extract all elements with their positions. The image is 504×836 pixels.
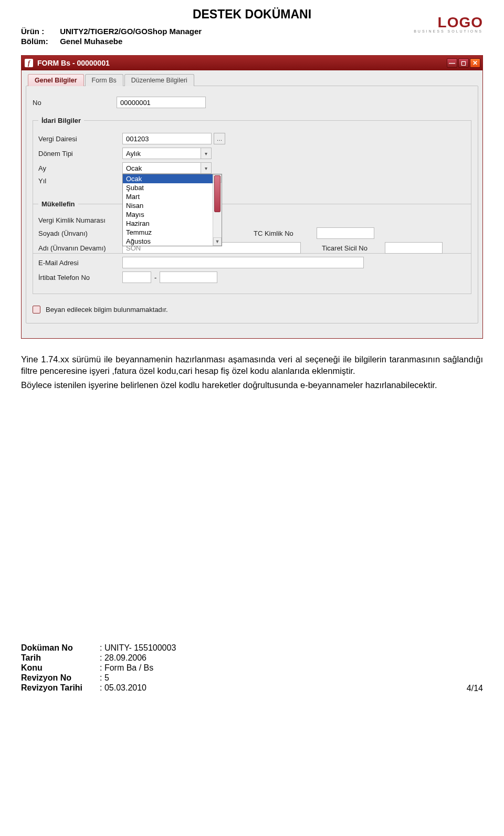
maximize-button[interactable]: ◻ bbox=[458, 58, 469, 68]
month-option[interactable]: Ağustos bbox=[123, 237, 222, 246]
month-option[interactable]: Haziran bbox=[123, 219, 222, 228]
phone-separator: - bbox=[154, 274, 156, 281]
vergi-dairesi-label: Vergi Dairesi bbox=[38, 135, 122, 143]
footer: Doküman No: UNITY- 155100003 Tarih: 28.0… bbox=[21, 643, 483, 693]
irtibat-label: İrtibat Telefon No bbox=[38, 274, 122, 281]
group-mukellef: Mükellefin Vergi Kimlik Numarası Soyadı … bbox=[33, 200, 471, 294]
section-label: Bölüm: bbox=[21, 37, 58, 46]
ay-input[interactable] bbox=[122, 162, 212, 174]
adi-label: Adı (Ünvanın Devamı) bbox=[38, 244, 122, 252]
footer-metadata: Doküman No: UNITY- 155100003 Tarih: 28.0… bbox=[21, 643, 176, 693]
logo-subtitle: BUSINESS SOLUTIONS bbox=[414, 30, 483, 33]
body-paragraph-2: Böylece istenilen işyerine belirlenen öz… bbox=[21, 379, 483, 391]
panel: No İdari Bilgiler Vergi Dairesi … Dönem … bbox=[26, 86, 478, 323]
brand-logo: LOGO BUSINESS SOLUTIONS bbox=[414, 16, 483, 33]
phone-area-input[interactable] bbox=[122, 271, 151, 283]
lookup-button[interactable]: … bbox=[214, 133, 225, 144]
revno-label: Revizyon No bbox=[21, 673, 100, 683]
tab-form-bs[interactable]: Form Bs bbox=[85, 74, 123, 86]
tc-kimlik-input[interactable] bbox=[317, 227, 374, 239]
page: DESTEK DOKÜMANI LOGO BUSINESS SOLUTIONS … bbox=[0, 0, 504, 704]
tarih-label: Tarih bbox=[21, 653, 100, 663]
legend-idari: İdari Bilgiler bbox=[38, 117, 84, 124]
legend-mukellef: Mükellefin bbox=[38, 200, 78, 208]
tab-edit-info[interactable]: Düzenleme Bilgileri bbox=[124, 74, 194, 86]
month-option[interactable]: Mayıs bbox=[123, 210, 222, 219]
konu-value: : Form Ba / Bs bbox=[100, 663, 153, 672]
email-input[interactable] bbox=[122, 257, 364, 268]
ticaret-sicil-input[interactable] bbox=[385, 242, 443, 254]
declaration-text: Beyan edilecek bilgim bulunmamaktadır. bbox=[46, 306, 168, 314]
donem-tipi-combo[interactable]: ▾ bbox=[122, 148, 212, 159]
ay-label: Ay bbox=[38, 164, 122, 172]
revtar-value: : 05.03.2010 bbox=[100, 683, 146, 692]
tarih-value: : 28.09.2006 bbox=[100, 653, 146, 662]
app-icon: f bbox=[25, 59, 33, 67]
scroll-down-icon[interactable]: ▼ bbox=[213, 237, 222, 246]
section-value: Genel Muhasebe bbox=[60, 37, 122, 46]
body-paragraph-1: Yine 1.74.xx sürümü ile beyannamenin haz… bbox=[21, 353, 483, 377]
titlebar: f FORM Bs - 00000001 — ◻ ✕ bbox=[22, 56, 482, 70]
ay-combo[interactable]: ▾ Ocak Şubat Mart Nisan Mayıs Haziran Te… bbox=[122, 162, 212, 174]
product-label: Ürün : bbox=[21, 27, 58, 36]
month-option[interactable]: Ocak bbox=[123, 174, 222, 183]
tc-kimlik-label: TC Kimlik No bbox=[254, 229, 317, 237]
declaration-row: Beyan edilecek bilgim bulunmamaktadır. bbox=[33, 306, 471, 314]
konu-label: Konu bbox=[21, 663, 100, 673]
month-option[interactable]: Mart bbox=[123, 192, 222, 201]
no-input[interactable] bbox=[117, 97, 206, 108]
logo-text: LOGO bbox=[438, 14, 483, 30]
month-option[interactable]: Şubat bbox=[123, 183, 222, 192]
scroll-thumb[interactable] bbox=[214, 175, 220, 212]
month-option[interactable]: Temmuz bbox=[123, 228, 222, 237]
month-option[interactable]: Nisan bbox=[123, 201, 222, 210]
yil-label: Yıl bbox=[38, 177, 122, 185]
page-number: 4/14 bbox=[467, 684, 483, 693]
window-controls: — ◻ ✕ bbox=[447, 58, 480, 68]
month-dropdown[interactable]: Ocak Şubat Mart Nisan Mayıs Haziran Temm… bbox=[122, 174, 222, 246]
revtar-label: Revizyon Tarihi bbox=[21, 683, 100, 693]
donem-tipi-input[interactable] bbox=[122, 148, 212, 159]
vergi-dairesi-input[interactable] bbox=[122, 133, 212, 144]
window-body: Genel Bilgiler Form Bs Düzenleme Bilgile… bbox=[22, 70, 482, 338]
chevron-down-icon[interactable]: ▾ bbox=[201, 163, 211, 173]
tab-strip: Genel Bilgiler Form Bs Düzenleme Bilgile… bbox=[28, 74, 478, 86]
phone-number-input[interactable] bbox=[160, 271, 217, 283]
email-label: E-Mail Adresi bbox=[38, 259, 122, 267]
tab-general-info[interactable]: Genel Bilgiler bbox=[28, 74, 84, 86]
vergi-kimlik-label: Vergi Kimlik Numarası bbox=[38, 216, 122, 224]
ticaret-sicil-label: Ticaret Sicil No bbox=[322, 244, 385, 252]
app-window: f FORM Bs - 00000001 — ◻ ✕ Genel Bilgile… bbox=[21, 55, 483, 339]
dropdown-scrollbar[interactable]: ▲ ▼ bbox=[213, 174, 222, 246]
chevron-down-icon[interactable]: ▾ bbox=[201, 148, 211, 159]
product-value: UNITY2/TIGER2/GO/GOShop Manager bbox=[60, 27, 202, 36]
dokuman-no-value: : UNITY- 155100003 bbox=[100, 643, 176, 652]
close-button[interactable]: ✕ bbox=[470, 58, 480, 68]
dokuman-no-label: Doküman No bbox=[21, 643, 100, 653]
declaration-checkbox[interactable] bbox=[33, 306, 40, 314]
minimize-button[interactable]: — bbox=[447, 58, 457, 68]
window-title: FORM Bs - 00000001 bbox=[37, 59, 447, 67]
donem-tipi-label: Dönem Tipi bbox=[38, 150, 122, 158]
row-no: No bbox=[33, 97, 471, 108]
no-label: No bbox=[33, 99, 117, 107]
revno-value: : 5 bbox=[100, 673, 109, 682]
soyadi-label: Soyadı (Ünvanı) bbox=[38, 229, 122, 237]
